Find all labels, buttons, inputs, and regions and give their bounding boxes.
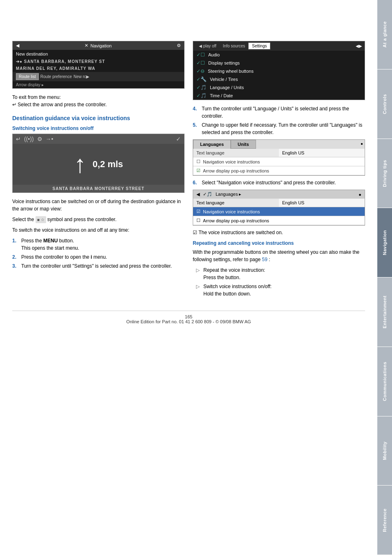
bullet-2-line2: Hold the button down. xyxy=(203,291,251,297)
settings-header: ◀ play off Info sources Settings ◀▶ xyxy=(193,41,365,51)
checkmark-icon: ☑ xyxy=(193,230,198,235)
route-list-btn[interactable]: Route list xyxy=(16,73,39,80)
arrow-screenshot: ↵ ((•)) ⚙ →• ✓ ↑ 0,2 mls SANTA BARBARA M… xyxy=(12,134,185,193)
checkbox-lang2-arrow: ☐ xyxy=(196,218,200,223)
nav-settings-icon: ⚙ xyxy=(177,43,181,48)
sidebar-tab-label: Navigation xyxy=(382,230,387,255)
sidebar-tab-at-a-glance[interactable]: At a glance xyxy=(377,0,392,69)
nav-new-destination-row: New destination xyxy=(13,50,184,58)
nav-dest-row2: MARINA DEL REY, ADMIRALTY WA xyxy=(13,65,184,72)
step-6: 6. Select "Navigation voice instructions… xyxy=(193,179,365,186)
step-3-num: 3. xyxy=(12,262,19,270)
arrow-display-area: ↑ 0,2 mls xyxy=(13,144,184,185)
lang-tab-label: Languages xyxy=(200,142,224,147)
sidebar-tab-label: Communications xyxy=(382,362,387,401)
sidebar: At a glance Controls Driving tips Naviga… xyxy=(377,0,392,555)
sidebar-tab-communications[interactable]: Communications xyxy=(377,347,392,416)
voice-text3: To switch the voice instructions on and … xyxy=(12,226,185,234)
lang2-back-icon: ◀ xyxy=(196,192,200,197)
section-heading: Destination guidance via voice instructi… xyxy=(12,115,185,121)
settings-item-language: ✓🎵 Language / Units xyxy=(193,83,365,92)
sidebar-tab-driving-tips[interactable]: Driving tips xyxy=(377,139,392,208)
repeating-text-content: With the programmable buttons on the ste… xyxy=(193,249,359,262)
step-3: 3. Turn the controller until "Settings" … xyxy=(12,262,185,270)
lang-screenshot-2: ◀ ✓🎵 Languages ▸ ● Text language English… xyxy=(193,190,365,226)
page-link[interactable]: 59 xyxy=(262,257,267,262)
lang2-title: Languages ▸ xyxy=(216,192,242,197)
check-icon-audio: ✓☐ xyxy=(196,52,205,58)
arrow-distance: 0,2 mls xyxy=(93,159,123,170)
voice-text1: Voice instructions can be switched on or… xyxy=(12,198,185,213)
settings-item-vehicle: ✓🔧 Vehicle / Tires xyxy=(193,75,365,83)
settings-item-time: ✓🎵 Time / Date xyxy=(193,92,365,100)
sidebar-tab-entertainment[interactable]: Entertainment xyxy=(377,278,392,347)
voice-on-text: ☑ The voice instructions are switched on… xyxy=(193,229,365,236)
settings-label-display: Display settings xyxy=(208,60,240,65)
bullet-arrow-1: ▷ xyxy=(196,266,201,281)
sidebar-tab-controls[interactable]: Controls xyxy=(377,69,392,139)
step-1-text: Press the MENU button.This opens the sta… xyxy=(21,237,79,252)
lang2-arrow-label: Arrow display pop-up instructions xyxy=(203,218,269,223)
sidebar-tab-reference[interactable]: Reference xyxy=(377,486,392,555)
lang2-text-row: Text language English US xyxy=(193,199,365,207)
nav-title: Navigation xyxy=(91,43,112,48)
arrow-dest-icon: →• xyxy=(46,136,53,142)
settings-label-vehicle: Vehicle / Tires xyxy=(210,77,238,82)
nav-dest-label2: MARINA DEL REY, ADMIRALTY WA xyxy=(16,66,95,71)
nav-dest-label1: SANTA BARBARA, MONTERREY ST xyxy=(24,59,105,64)
nav-title-area: ✕ Navigation xyxy=(85,43,112,48)
check-icon-time: ✓🎵 xyxy=(196,93,207,98)
nav-screenshot: ◀ ✕ Navigation ⚙ New destination ➔● SANT… xyxy=(12,41,185,89)
numbered-steps: 1. Press the MENU button.This opens the … xyxy=(12,237,185,270)
lang-screenshot-1: Languages Units ● Text language English … xyxy=(193,139,365,176)
lang2-text-value: English US xyxy=(279,199,365,207)
route-pref-text: Route preference xyxy=(40,74,72,79)
lang-nav-voice-row: ☐ Navigation voice instructions xyxy=(193,157,365,166)
sidebar-tab-label: At a glance xyxy=(382,21,387,47)
settings-item-audio: ✓☐ Audio xyxy=(193,51,365,59)
repeating-text: With the programmable buttons on the ste… xyxy=(193,248,365,263)
lang2-header: ◀ ✓🎵 Languages ▸ ● xyxy=(193,190,365,199)
lang-nav-icon: ● xyxy=(359,140,365,149)
bullet-item-2: ▷ Switch voice instructions on/off: Hold… xyxy=(193,283,365,298)
big-arrow-icon: ↑ xyxy=(74,152,86,177)
nav-arrow-display: Arrow display ▸ xyxy=(13,81,184,88)
lang2-text-label: Text language xyxy=(193,199,279,207)
nav-new-destination-text: New destination xyxy=(16,51,48,56)
voice-on-label: The voice instructions are switched on. xyxy=(198,230,283,235)
sidebar-tab-label: Driving tips xyxy=(382,160,387,187)
right-steps: 4. Turn the controller until "Language /… xyxy=(193,105,365,136)
sidebar-tab-label: Controls xyxy=(382,94,387,114)
settings-label-audio: Audio xyxy=(208,52,220,57)
sidebar-tab-navigation[interactable]: Navigation xyxy=(377,208,392,278)
step-5-text: Change to upper field if necessary. Turn… xyxy=(202,121,365,136)
subsection-heading: Switching voice instructions on/off xyxy=(12,125,185,131)
nav-header: ◀ ✕ Navigation ⚙ xyxy=(13,41,184,50)
lang2-arrow-row: ☐ Arrow display pop-up instructions xyxy=(193,216,365,225)
lang2-header-icon: ✓🎵 xyxy=(203,192,212,197)
right-column: ◀ play off Info sources Settings ◀▶ ✓☐ A… xyxy=(193,41,365,301)
exit-text-line1: To exit from the menu: xyxy=(12,94,61,100)
bullet-item-1: ▷ Repeat the voice instruction: Press th… xyxy=(193,266,365,281)
arrow-display-text: Arrow display ▸ xyxy=(16,83,44,87)
bullet-text-1: Repeat the voice instruction: Press the … xyxy=(203,266,265,281)
lang2-nav-voice-row: ☑ Navigation voice instructions xyxy=(193,207,365,216)
repeating-text-colon: : xyxy=(269,257,270,262)
lang-arrow-label: Arrow display pop-up instructions xyxy=(203,168,269,173)
settings-screenshot: ◀ play off Info sources Settings ◀▶ ✓☐ A… xyxy=(193,41,365,100)
two-column-layout: ◀ ✕ Navigation ⚙ New destination ➔● SANT… xyxy=(12,41,365,301)
lang-text-label: Text language xyxy=(193,149,279,157)
settings-item-steering: ✓⊖ Steering wheel buttons xyxy=(193,67,365,75)
step-2-num: 2. xyxy=(12,253,19,261)
step-5-num: 5. xyxy=(193,121,199,136)
lang-tab-units-label: Units xyxy=(238,142,249,147)
lang2-nav-voice-label: Navigation voice instructions xyxy=(203,209,260,214)
check-icon-display: ✓☐ xyxy=(196,60,205,66)
check-icon-vehicle: ✓🔧 xyxy=(196,76,207,82)
step-4: 4. Turn the controller until "Language /… xyxy=(193,105,365,120)
sidebar-tab-label: Reference xyxy=(382,508,387,532)
sidebar-tab-mobility[interactable]: Mobility xyxy=(377,416,392,486)
nav-btn-row: Route list Route preference New rc▶ xyxy=(13,72,184,81)
lang-text-value: English US xyxy=(279,149,365,157)
checkbox-arrow: ☑ xyxy=(196,168,200,173)
